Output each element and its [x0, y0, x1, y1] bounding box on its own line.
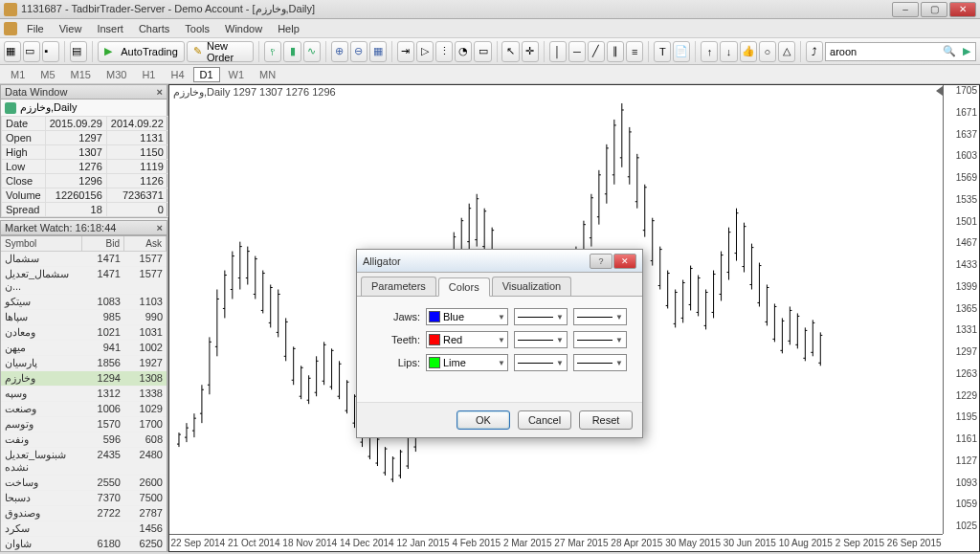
list-item[interactable]: شبنوسا_تعدیل نشده24352480	[1, 448, 167, 476]
search-go-icon[interactable]: ▶	[958, 43, 975, 60]
chart-shift-triangle[interactable]	[936, 86, 943, 96]
list-item[interactable]: شاوان61806250	[1, 537, 167, 552]
list-item[interactable]: سپاها985990	[1, 310, 167, 325]
new-order-button[interactable]: ✎New Order	[187, 41, 255, 62]
minimize-button[interactable]: –	[892, 2, 919, 17]
color-select[interactable]: ▼	[426, 354, 508, 371]
templates-button[interactable]: ▭	[474, 41, 491, 62]
menu-file[interactable]: File	[19, 21, 52, 36]
tf-h4[interactable]: H4	[164, 67, 190, 82]
triangle-button[interactable]: △	[778, 41, 795, 62]
line-style-select[interactable]: ▼	[514, 331, 568, 348]
menu-window[interactable]: Window	[217, 21, 270, 36]
crosshair-button[interactable]: ✛	[522, 41, 539, 62]
line-width-select[interactable]: ▼	[573, 308, 627, 325]
tab-parameters[interactable]: Parameters	[361, 277, 436, 296]
bar-chart-button[interactable]: ⫯	[264, 41, 281, 62]
line-chart-button[interactable]: ∿	[303, 41, 321, 62]
arrow-up-button[interactable]: ↑	[701, 41, 718, 62]
dialog-help-button[interactable]: ?	[590, 254, 612, 269]
channel-button[interactable]: ∥	[607, 41, 624, 62]
color-select[interactable]: ▼	[426, 308, 508, 325]
col-bid[interactable]: Bid	[82, 236, 124, 251]
menu-charts[interactable]: Charts	[131, 21, 177, 36]
tile-button[interactable]: ▦	[369, 41, 387, 62]
list-item[interactable]: وصنعت10061029	[1, 402, 167, 417]
color-select[interactable]: ▼	[426, 331, 508, 348]
symbol-search[interactable]: 🔍 ▶	[825, 42, 976, 61]
maximize-button[interactable]: ▢	[921, 2, 947, 17]
chartshift-button[interactable]: ▷	[416, 41, 434, 62]
list-item[interactable]: سشمال_تعدیل ن...14711577	[1, 267, 167, 295]
line-style-select[interactable]: ▼	[514, 308, 568, 325]
tab-colors[interactable]: Colors	[438, 277, 490, 297]
autoscroll-button[interactable]: ⇥	[397, 41, 414, 62]
close-button[interactable]: ✕	[949, 2, 976, 17]
list-item[interactable]: وساخت25502600	[1, 476, 167, 491]
expert-button[interactable]: ⤴	[806, 41, 823, 62]
trendline-button[interactable]: ╱	[588, 41, 605, 62]
line-width-select[interactable]: ▼	[573, 331, 627, 348]
tf-w1[interactable]: W1	[222, 67, 252, 82]
tab-visualization[interactable]: Visualization	[492, 277, 572, 296]
fibo-button[interactable]: ≡	[626, 41, 643, 62]
tf-h1[interactable]: H1	[135, 67, 162, 82]
menu-view[interactable]: View	[52, 21, 90, 36]
color-name-input[interactable]	[443, 310, 487, 323]
label-button[interactable]: 📄	[673, 41, 690, 62]
menu-tools[interactable]: Tools	[177, 21, 217, 36]
market-watch-close[interactable]: ×	[157, 222, 163, 233]
menu-help[interactable]: Help	[270, 21, 307, 36]
periods-button[interactable]: ◔	[455, 41, 472, 62]
cancel-button[interactable]: Cancel	[518, 410, 571, 430]
line-width-select[interactable]: ▼	[573, 354, 627, 371]
tf-mn[interactable]: MN	[253, 67, 282, 82]
arrow-down-button[interactable]: ↓	[720, 41, 737, 62]
tf-m15[interactable]: M15	[64, 67, 98, 82]
indicators-button[interactable]: ⋮	[435, 41, 453, 62]
line-style-select[interactable]: ▼	[514, 354, 568, 371]
text-button[interactable]: T	[654, 41, 671, 62]
tf-m1[interactable]: M1	[4, 67, 32, 82]
dialog-close-button[interactable]: ✕	[613, 254, 636, 269]
list-item[interactable]: وسپه13121338	[1, 387, 167, 402]
circle-button[interactable]: ○	[759, 41, 776, 62]
menu-insert[interactable]: Insert	[89, 21, 131, 36]
list-item[interactable]: ومعادن10211031	[1, 325, 167, 341]
list-item[interactable]: پارسیان18561927	[1, 356, 167, 371]
search-icon[interactable]: 🔍	[941, 43, 958, 60]
color-name-input[interactable]	[443, 333, 487, 346]
list-item[interactable]: وخارزم12941308	[1, 371, 167, 387]
list-item[interactable]: وتوسم15701700	[1, 417, 167, 432]
tf-d1[interactable]: D1	[193, 67, 220, 82]
new-chart-button[interactable]: ▦	[4, 41, 21, 62]
thumbs-up-button[interactable]: 👍	[740, 41, 757, 62]
list-item[interactable]: سکرد1456	[1, 521, 167, 537]
list-item[interactable]: سشمال14711577	[1, 252, 167, 267]
color-name-input[interactable]	[443, 356, 487, 369]
profile-button[interactable]: ▭	[23, 41, 40, 62]
candle-chart-button[interactable]: ▮	[283, 41, 301, 62]
zoom-in-button[interactable]: ⊕	[331, 41, 348, 62]
list-item[interactable]: دسبحا73707500	[1, 491, 167, 506]
vline-button[interactable]: │	[549, 41, 567, 62]
list-item[interactable]: ونفت596608	[1, 432, 167, 448]
ok-button[interactable]: OK	[457, 410, 510, 430]
list-item[interactable]: وصندوق27222787	[1, 506, 167, 521]
col-ask[interactable]: Ask	[124, 236, 167, 251]
zoom-out-button[interactable]: ⊖	[350, 41, 368, 62]
hline-button[interactable]: ─	[568, 41, 586, 62]
reset-button[interactable]: Reset	[579, 410, 633, 430]
cursor-button[interactable]: ↖	[501, 41, 519, 62]
search-input[interactable]	[826, 43, 941, 60]
data-window-close[interactable]: ×	[157, 86, 163, 98]
tf-m5[interactable]: M5	[33, 67, 61, 82]
autotrading-button[interactable]: ▶AutoTrading	[98, 41, 185, 62]
col-symbol[interactable]: Symbol	[1, 236, 82, 251]
list-item[interactable]: سیتکو10831103	[1, 295, 167, 310]
list-item[interactable]: میهن9411002	[1, 341, 167, 356]
tf-m30[interactable]: M30	[100, 67, 133, 82]
dialog-titlebar[interactable]: Alligator ? ✕	[357, 250, 642, 273]
print-button[interactable]: ▤	[70, 41, 87, 62]
save-button[interactable]: ▪	[42, 41, 59, 62]
